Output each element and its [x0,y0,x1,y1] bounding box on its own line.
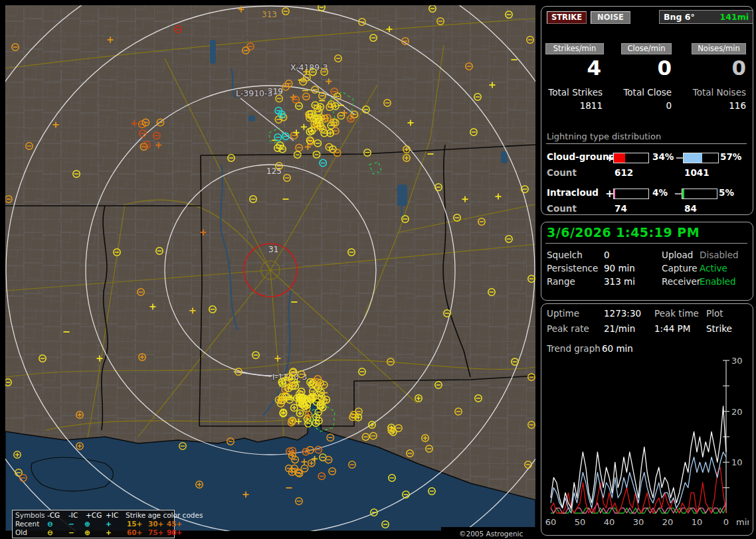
clock-divider [545,243,747,244]
legend-age-value: 90+ [167,528,182,537]
ic-plus-count: 74 [614,203,627,214]
status-row-label-1: Squelch [547,250,583,260]
legend-age-value: 60+ [127,528,142,537]
status-row-label-2: Receiver [662,276,700,287]
noises-rate: 0 [692,56,746,80]
status-row-value-1: 90 min [604,263,635,273]
peak-rate-value: 21/min [604,323,635,334]
cg-minus-bar [683,153,719,163]
counters-panel: STRIKE NOISE Bng 6° 141mi Strikes/min Cl… [541,6,753,215]
status-row-label-2: Capture [662,263,698,273]
legend-recent-label: Recent [15,520,39,528]
cg-count-label: Count [547,167,577,178]
map-canvas: 31125219313X-4189-3L-3910-3I-1203-3 [5,5,535,531]
distribution-divider [546,143,747,144]
cg-minus-count: 1041 [684,167,709,178]
trend-graph-label: Trend graph [547,343,601,354]
trend-y-tick-label: 20 [731,407,743,417]
cg-plus-count: 612 [614,167,633,178]
legend-symbol: ⊖ [47,520,53,528]
uptime-value: 1273:30 [604,308,641,319]
trend-panel: Uptime 1273:30 Peak time Plot Peak rate … [541,303,753,536]
bearing-distance: 141mi [720,12,749,22]
status-row-value-1: 313 mi [604,276,635,287]
legend-age-value: 30+ [148,520,163,528]
legend-symbol: ⊖ [47,528,53,537]
cg-plus-bar [613,153,649,163]
ic-plus-pct: 4% [652,187,668,198]
trend-x-tick-label: 10 [692,517,703,527]
plot-mode-value: Strike [706,323,732,334]
legend-age-title: Strike age color codes [126,511,203,520]
total-close-label: Total Close [616,87,672,98]
trend-series-strikes-total [551,406,726,508]
trend-window-value: 60 min [602,343,633,354]
trend-graph: 1020306050403020100min [545,357,749,531]
distribution-title: Lightning type distribution [547,131,661,141]
close-per-min-chip[interactable]: Close/min [621,43,672,54]
map-legend: Symbols -CG -IC +CG +IC Strike age color… [12,510,175,538]
total-close-value: 0 [616,100,672,111]
strikes-per-min-chip[interactable]: Strikes/min [545,43,604,54]
legend-symbol: ⊕ [84,528,90,537]
plot-label: Plot [706,308,723,319]
ring-label: 313 [262,10,277,19]
legend-symbols-label: Symbols [15,511,45,520]
legend-symbol: ⊕ [84,520,90,528]
trend-x-axis-unit: min [736,517,749,527]
strikes-rate: 4 [547,56,601,80]
trend-y-tick-label: 30 [731,357,743,366]
legend-age-value: 75+ [148,528,163,537]
ring-label: 125 [266,167,282,176]
legend-old-label: Old [15,528,27,537]
legend-symbol: − [68,528,74,537]
datetime-display: 3/6/2026 1:45:19 PM [547,225,700,240]
status-row-label-1: Persistence [547,263,598,273]
cg-minus-pct: 57% [720,151,741,162]
status-row-value-1: 0 [604,250,610,260]
noises-per-min-chip[interactable]: Noises/min [692,43,746,54]
legend-age-value: 45+ [167,520,182,528]
noise-toggle-button[interactable]: NOISE [591,11,630,24]
legend-col-ic-pos: +IC [106,511,118,520]
peak-rate-label: Peak rate [547,323,589,334]
total-noises-value: 116 [690,100,746,111]
peak-time-value: 1:44 PM [654,323,690,334]
status-row-value-2: Enabled [700,276,736,287]
trend-y-tick-label: 10 [731,457,743,467]
trend-x-tick-label: 50 [575,517,586,527]
trend-series-cloud-ground- [551,467,726,513]
legend-col-cg-pos: +CG [86,511,102,520]
ic-minus-count: 84 [684,203,697,214]
ic-plus-bar [613,189,649,199]
legend-col-cg-neg: -CG [47,511,60,520]
bearing-label: Bng 6° [664,12,695,22]
legend-symbol: + [106,528,112,537]
status-row-label-1: Range [547,276,575,287]
ic-minus-bar [682,189,717,199]
trend-x-tick-label: 20 [662,517,674,527]
total-strikes-value: 1811 [547,100,603,111]
trend-x-tick-label: 40 [604,517,615,527]
trend-x-tick-label: 0 [723,517,729,527]
bearing-readout: Bng 6° 141mi [659,10,753,24]
total-strikes-label: Total Strikes [547,87,603,98]
legend-symbol: + [106,520,112,528]
trend-x-tick-label: 60 [545,517,556,527]
peak-time-label: Peak time [654,308,699,319]
status-row-value-2: Active [700,263,727,273]
status-row-value-2: Disabled [700,250,739,260]
storm-cell-label: L-3910-3 [236,88,273,98]
lightning-map[interactable]: 31125219313X-4189-3L-3910-3I-1203-3 Symb… [5,5,535,531]
legend-symbol: − [68,520,74,528]
status-panel: 3/6/2026 1:45:19 PM Squelch0UploadDisabl… [541,222,753,301]
close-rate: 0 [617,56,672,80]
strike-toggle-button[interactable]: STRIKE [547,11,587,24]
trend-x-tick-label: 30 [633,517,644,527]
legend-age-value: 15+ [127,520,142,528]
ic-minus-pct: 5% [719,187,734,198]
copyright-text: ©2005 Astrogenic Systems [459,530,535,539]
legend-col-ic-neg: -IC [68,511,78,520]
cg-plus-pct: 34% [652,151,674,162]
status-row-label-2: Upload [662,250,693,260]
